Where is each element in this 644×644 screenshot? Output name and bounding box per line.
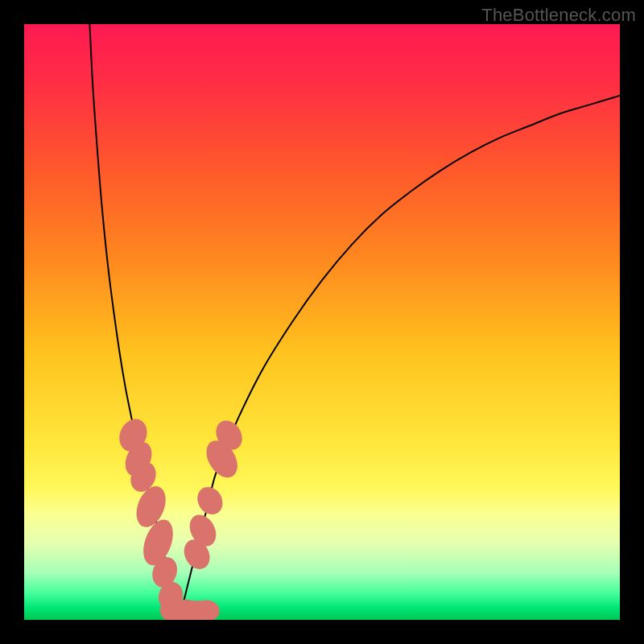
chart-svg (24, 24, 620, 620)
plot-area (24, 24, 620, 620)
gradient-background (24, 24, 620, 620)
watermark-text: TheBottleneck.com (481, 5, 636, 26)
chart-frame: TheBottleneck.com (0, 0, 644, 644)
